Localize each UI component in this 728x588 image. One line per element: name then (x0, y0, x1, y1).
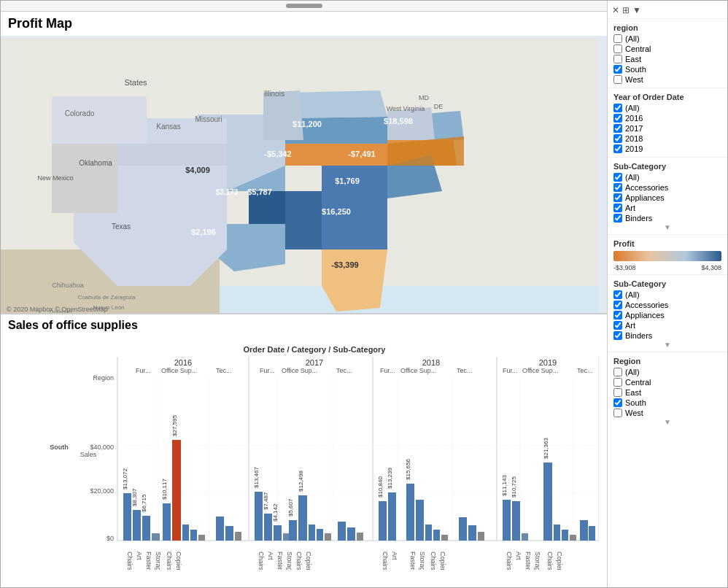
subcat-art-item[interactable]: Art (613, 203, 721, 213)
svg-rect-98 (163, 503, 171, 541)
region-all-checkbox[interactable] (613, 34, 622, 43)
year-2019-checkbox[interactable] (613, 144, 622, 153)
svg-text:South: South (50, 444, 69, 451)
region-south-checkbox[interactable] (613, 65, 622, 74)
year-2019-item[interactable]: 2019 (613, 144, 721, 154)
region-west-checkbox[interactable] (613, 75, 622, 84)
subcat2-appliances-checkbox[interactable] (613, 311, 622, 320)
svg-rect-120 (317, 529, 323, 541)
svg-text:© 2020 Mapbox © OpenStreetMap: © 2020 Mapbox © OpenStreetMap (7, 306, 108, 313)
year-2017-checkbox[interactable] (613, 124, 622, 133)
svg-text:Tec...: Tec... (216, 367, 232, 374)
region2-central-checkbox[interactable] (613, 378, 622, 387)
subcat-all-item[interactable]: (All) (613, 172, 721, 182)
region-east-checkbox[interactable] (613, 55, 622, 63)
region-all-item[interactable]: (All) (613, 34, 721, 44)
svg-rect-112 (274, 525, 282, 541)
region-west-item[interactable]: West (613, 74, 721, 85)
year-2018-item[interactable]: 2018 (613, 134, 721, 144)
svg-text:Kansas: Kansas (156, 123, 180, 131)
region2-all-label: (All) (625, 368, 640, 376)
svg-rect-151 (580, 520, 588, 541)
region2-section-title: Region (613, 357, 721, 365)
svg-rect-119 (309, 525, 315, 541)
chart-area[interactable]: Order Date / Category / Sub-Category 201… (1, 336, 607, 587)
expand-icon[interactable]: ⊞ (622, 5, 630, 15)
region-central-checkbox[interactable] (613, 45, 622, 53)
subcat2-accessories-item[interactable]: Accessories (613, 300, 721, 310)
subcat-binders-label: Binders (625, 214, 652, 223)
region2-south-checkbox[interactable] (613, 398, 622, 407)
year-2019-label: 2019 (625, 144, 643, 153)
subcat-art-checkbox[interactable] (613, 204, 622, 212)
subcat2-all-checkbox[interactable] (613, 290, 622, 299)
region2-west-label: West (625, 409, 643, 417)
svg-text:New Mexico: New Mexico (37, 174, 73, 182)
region2-south-item[interactable]: South (613, 398, 721, 408)
svg-text:$27,595: $27,595 (171, 415, 178, 436)
svg-rect-122 (338, 522, 346, 541)
year-all-item[interactable]: (All) (613, 103, 721, 113)
region2-central-item[interactable]: Central (613, 377, 721, 387)
svg-text:Art: Art (136, 552, 143, 560)
bar-chart-svg: Order Date / Category / Sub-Category 201… (1, 336, 599, 570)
subcat-appliances-checkbox[interactable] (613, 193, 622, 202)
region2-east-item[interactable]: East (613, 387, 721, 398)
region-west-label: West (625, 75, 643, 84)
svg-text:$3,173: $3,173 (216, 188, 239, 196)
svg-rect-146 (543, 463, 552, 541)
subcat-binders-item[interactable]: Binders (613, 213, 721, 223)
region2-west-item[interactable]: West (613, 408, 721, 418)
subcat2-all-item[interactable]: (All) (613, 290, 721, 300)
svg-rect-127 (388, 492, 396, 541)
region2-south-label: South (625, 398, 646, 407)
region2-east-checkbox[interactable] (613, 388, 622, 397)
svg-text:Art: Art (391, 552, 398, 560)
svg-text:$18,598: $18,598 (384, 117, 413, 125)
bottom-section: Sales of office supplies Order Date / Ca… (1, 314, 607, 587)
year-2018-checkbox[interactable] (613, 134, 622, 143)
svg-text:$5,607: $5,607 (287, 498, 294, 517)
svg-marker-11 (285, 191, 322, 249)
subcat2-binders-item[interactable]: Binders (613, 330, 721, 341)
year-2016-checkbox[interactable] (613, 114, 622, 123)
svg-rect-136 (459, 517, 467, 541)
close-icon[interactable]: ✕ (612, 5, 619, 15)
svg-rect-93 (133, 510, 141, 541)
year-2016-item[interactable]: 2016 (613, 113, 721, 123)
year-2016-label: 2016 (625, 114, 643, 123)
svg-text:$10,117: $10,117 (161, 479, 168, 500)
subcat2-art-checkbox[interactable] (613, 321, 622, 330)
subcat2-appliances-item[interactable]: Appliances (613, 310, 721, 320)
svg-rect-149 (562, 530, 568, 541)
svg-rect-130 (406, 484, 414, 541)
subcat-appliances-item[interactable]: Appliances (613, 193, 721, 203)
region2-all-item[interactable]: (All) (613, 367, 721, 377)
subcat2-accessories-checkbox[interactable] (613, 301, 622, 309)
year-2017-item[interactable]: 2017 (613, 123, 721, 134)
top-drag-handle[interactable] (1, 1, 607, 12)
region2-all-checkbox[interactable] (613, 368, 622, 376)
year-all-checkbox[interactable] (613, 104, 622, 112)
subcat-accessories-item[interactable]: Accessories (613, 182, 721, 193)
subcat2-art-item[interactable]: Art (613, 320, 721, 330)
svg-rect-143 (522, 533, 528, 541)
year-2017-label: 2017 (625, 124, 643, 133)
svg-text:$16,250: $16,250 (322, 207, 351, 216)
svg-text:2017: 2017 (306, 358, 323, 367)
region-central-item[interactable]: Central (613, 44, 721, 54)
profit-max-label: $4,308 (701, 264, 721, 271)
subcat2-binders-checkbox[interactable] (613, 331, 622, 340)
region-east-item[interactable]: East (613, 54, 721, 64)
filter-icon[interactable]: ▼ (632, 5, 641, 15)
svg-text:Order Date / Category / Sub-Ca: Order Date / Category / Sub-Category (244, 345, 387, 354)
svg-text:$20,000: $20,000 (90, 487, 114, 495)
subcat-accessories-checkbox[interactable] (613, 183, 622, 192)
svg-text:Sales: Sales (80, 451, 97, 458)
profit-legend-title: Profit (613, 239, 721, 248)
region-south-item[interactable]: South (613, 64, 721, 74)
map-visualization[interactable]: $11,200 $18,598 -$5,342 -$7,491 $4,009 $… (1, 38, 599, 314)
region2-west-checkbox[interactable] (613, 409, 622, 417)
subcat-binders-checkbox[interactable] (613, 214, 622, 223)
subcat-all-checkbox[interactable] (613, 173, 622, 182)
